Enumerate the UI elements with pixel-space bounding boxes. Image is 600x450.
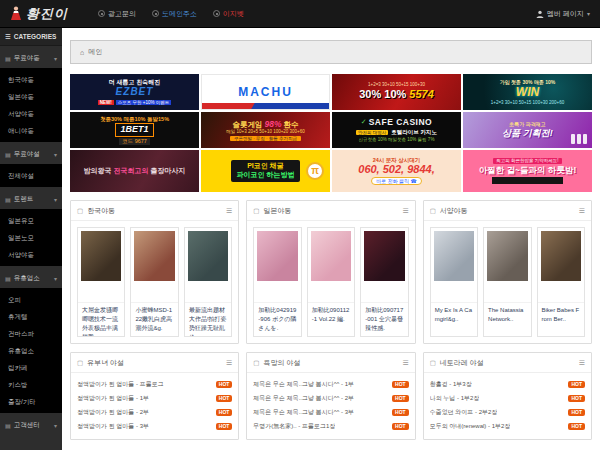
hanbok-figure-icon	[10, 6, 22, 21]
sidebar-item-opi[interactable]: 오피	[0, 291, 62, 308]
banner-machu[interactable]: MACHU	[201, 74, 330, 110]
call-button[interactable]: 바로 전화 클릭 ☎	[371, 177, 421, 185]
hamburger-icon: ☰	[5, 33, 11, 41]
sidebar-item-western-torrent[interactable]: 서양야동	[0, 246, 62, 263]
list-menu-icon[interactable]: ☰	[226, 207, 232, 215]
banner-text: 밤의왕국	[84, 167, 112, 174]
member-page-button[interactable]: 멤버 페이지 ▾	[536, 9, 590, 19]
sidebar-item-visit-etc[interactable]: 출장/기타	[0, 393, 62, 410]
sidebar-item-kissroom[interactable]: 키스방	[0, 376, 62, 393]
story-item[interactable]: 정액받이가 된 엄마들 - 프롤로그 HOT	[71, 377, 238, 391]
sidebar-group-entertainment[interactable]: ▤ 유흥업소 ▾	[0, 268, 62, 288]
video-caption: 小蜜蜂MSD-122嫩乳白虎高潮外流&g.	[131, 302, 177, 336]
video-caption: 最新流出题材大作品!拍打姿势狂躁无耻乱伦.	[185, 302, 231, 336]
story-item[interactable]: 모두의 아내(renewal) - 1부2장 HOT	[424, 419, 591, 433]
banner-brand: SAFE CASINO	[369, 117, 433, 128]
banner-code: 코드 9677	[119, 138, 150, 145]
banner-row: 밤의왕국 전국최고의 출장마사지	[84, 167, 186, 176]
story-item[interactable]: 수줍었던 와이프 - 2부2장 HOT	[424, 405, 591, 419]
story-item[interactable]: 정액받이가 된 엄마들 - 3부 HOT	[71, 419, 238, 433]
sidebar-item-gunma-spa[interactable]: 건마스파	[0, 325, 62, 342]
banner-winwin[interactable]: 가입 첫충 30% 매충 10% WIN 1+2=3 30+10 50+15 1…	[463, 74, 592, 110]
panel-header: ▢ 서양야동 ☰	[424, 201, 591, 221]
sidebar-group-items: 오피 휴게텔 건마스파 유흥업소 립카페 키스방 출장/기타	[0, 288, 62, 413]
list-menu-icon[interactable]: ☰	[579, 359, 585, 367]
sidebar-group-free-videos[interactable]: ▤ 무료야동 ▾	[0, 48, 62, 68]
story-item[interactable]: 제목은 무슨 제목..그냥 봅시다^^ - 3부 HOT	[247, 405, 414, 419]
video-item[interactable]: 加勒比042919-906 ボクの隣さんを.	[253, 227, 301, 337]
banner-text: 슬롯게임	[232, 120, 262, 129]
categories-header: ☰ CATEGORIES	[0, 28, 62, 46]
video-item[interactable]: My Ex Is A Camgirl&g..	[430, 227, 478, 337]
banner-text: 출장마사지	[150, 167, 185, 174]
video-thumbnail	[134, 231, 174, 281]
banner-1bet1[interactable]: 첫충30% 매충10% 돌발15% 1BET1 코드 9677	[70, 112, 199, 148]
panel-stories-netorare: ▢ 네토라레 야설 ☰ 황홀경 - 1부3장 HOT 나의 누님 - 1부2장 …	[423, 352, 592, 440]
sidebar-item-all-stories[interactable]: 전체야설	[0, 167, 62, 184]
list-menu-icon[interactable]: ☰	[226, 359, 232, 367]
sidebar-item-hyugetel[interactable]: 휴게텔	[0, 308, 62, 325]
banner-text: 상품 기획전!	[502, 128, 553, 139]
sidebar-item-lipcafe[interactable]: 립카페	[0, 359, 62, 376]
folder-icon: ▢	[430, 207, 436, 215]
story-item[interactable]: 제목은 무슨 제목..그냥 봅시다^^ - 1부 HOT	[247, 377, 414, 391]
banner-ezbet[interactable]: 더 새롭고 친숙해진 EZBET NEW! 스포츠 무한 +10% 이벤트	[70, 74, 199, 110]
list-menu-icon[interactable]: ☰	[402, 207, 408, 215]
group-label: 유흥업소	[14, 274, 40, 283]
video-item[interactable]: 最新流出题材大作品!拍打姿势狂躁无耻乱伦.	[184, 227, 232, 337]
categories-title: CATEGORIES	[14, 33, 57, 40]
video-thumbnail	[81, 231, 121, 281]
sidebar-group-free-stories[interactable]: ▤ 무료야설 ▾	[0, 144, 62, 164]
story-item[interactable]: 무명가(無名家).. - 프롤로그1장 HOT	[247, 419, 414, 433]
story-item[interactable]: 정액받이가 된 엄마들 - 2부 HOT	[71, 405, 238, 419]
nav-item-domain-address[interactable]: 도메인주소	[152, 9, 197, 19]
banner-massage[interactable]: 밤의왕국 전국최고의 출장마사지	[70, 150, 199, 192]
video-item[interactable]: 大屌金发骚唧唧嗯技术一流外表极品丰满翘臀.	[77, 227, 125, 337]
sidebar-item-entertainment[interactable]: 유흥업소	[0, 342, 62, 359]
person-icon	[536, 10, 544, 18]
panel-stories-married: ▢ 유부녀 야설 ☰ 정액받이가 된 엄마들 - 프롤로그 HOT 정액받이가 …	[70, 352, 239, 440]
video-item[interactable]: 加勒比090717-001 全穴暴發辣性感.	[360, 227, 408, 337]
banner-brand: WIN	[516, 85, 539, 100]
hot-badge: HOT	[216, 423, 233, 430]
sidebar-item-jp-censored[interactable]: 일본유모	[0, 212, 62, 229]
breadcrumb-main-link[interactable]: 메인	[88, 47, 102, 57]
list-menu-icon[interactable]: ☰	[579, 207, 585, 215]
story-item[interactable]: 나의 누님 - 1부2장 HOT	[424, 391, 591, 405]
banner-adult-goods[interactable]: 초특가 파격재고 상품 기획전!	[463, 112, 592, 148]
sidebar-item-western-videos[interactable]: 서양야동	[0, 105, 62, 122]
hot-badge: HOT	[392, 409, 409, 416]
panel-title: 욕망의 야설	[263, 358, 300, 368]
sidebar-group-torrent[interactable]: ▤ 토렌트 ▾	[0, 189, 62, 209]
story-item[interactable]: 황홀경 - 1부3장 HOT	[424, 377, 591, 391]
check-shield-icon: ✓	[361, 118, 367, 127]
sidebar-item-korean-videos[interactable]: 한국야동	[0, 71, 62, 88]
list-menu-icon[interactable]: ☰	[402, 359, 408, 367]
main-content: ⌂ 메인 더 새롭고 친숙해진 EZBET NEW! 스포츠 무한 +10% 이…	[62, 28, 600, 450]
banner-brand: EZBET	[116, 86, 154, 99]
banner-phone-call[interactable]: 24시 문자 상시대기 060, 502, 9844, 바로 전화 클릭 ☎	[332, 150, 461, 192]
banner-safe-casino[interactable]: ✓ SAFE CASINO 안전의 대명사 호텔라이브 카지노 신규첫충 10%…	[332, 112, 461, 148]
sidebar-group-customer-center[interactable]: ▤ 고객센터 ▾	[0, 415, 62, 435]
top-navbar: 황진이 광고문의 도메인주소 이지벳	[0, 0, 600, 28]
banner-text: PI코인 채굴	[237, 162, 295, 171]
hot-badge: HOT	[568, 423, 585, 430]
banner-slot-casino[interactable]: 슬롯게임 98% 환수 매일 10+3 20+5 50+10 100+20 30…	[201, 112, 330, 148]
story-item[interactable]: 정액받이가 된 엄마들 - 1부 HOT	[71, 391, 238, 405]
sidebar-item-japanese-videos[interactable]: 일본야동	[0, 88, 62, 105]
video-item[interactable]: 小蜜蜂MSD-122嫩乳白虎高潮外流&g.	[130, 227, 178, 337]
video-item[interactable]: Biker Babes From Ber..	[537, 227, 585, 337]
product-bottles-decoration	[571, 134, 587, 144]
video-item[interactable]: The Natassia Network..	[483, 227, 531, 337]
panel-title: 서양야동	[440, 206, 468, 216]
video-item[interactable]: 加勒比090112-1 Vol.22 編.	[307, 227, 355, 337]
nav-item-ezbet[interactable]: 이지벳	[213, 9, 244, 19]
banner-nightout[interactable]: 최고의 화끈한밤을 기약하세요! 아찔한 걸~들과의 하룻밤!	[463, 150, 592, 192]
story-item[interactable]: 제목은 무슨 제목..그냥 봅시다^^ - 2부 HOT	[247, 391, 414, 405]
banner-event-red[interactable]: 1+2=3 30+10 50+15 100+30 30% 10% 5574	[332, 74, 461, 110]
sidebar-item-jp-uncensored[interactable]: 일본노모	[0, 229, 62, 246]
sidebar-item-anime-videos[interactable]: 애니야동	[0, 122, 62, 139]
banner-picoin[interactable]: PI코인 채굴 파이코인 하는방법 π	[201, 150, 330, 192]
site-logo[interactable]: 황진이	[10, 5, 68, 23]
nav-item-ad-inquiry[interactable]: 광고문의	[98, 9, 136, 19]
